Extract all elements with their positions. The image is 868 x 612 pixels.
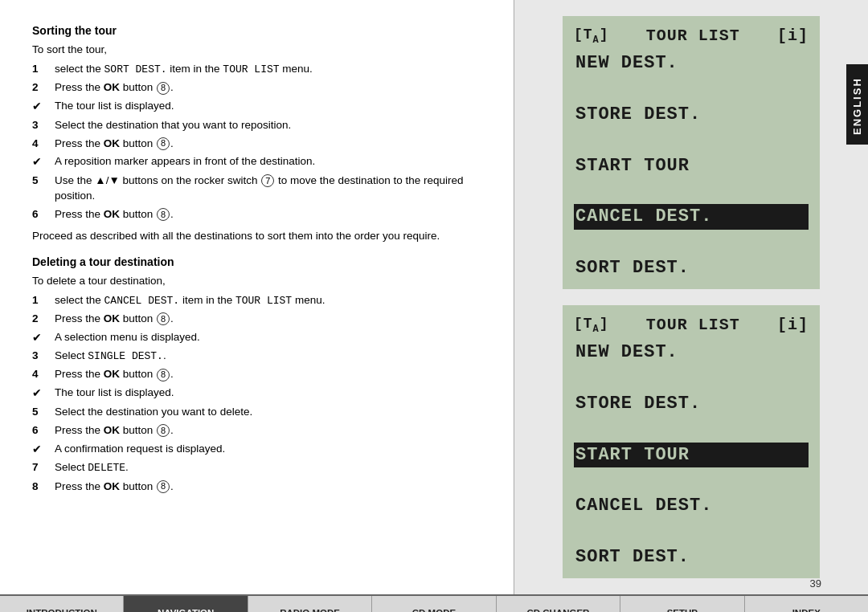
- step-num: 4: [32, 137, 55, 152]
- nav-setup[interactable]: SETUP: [620, 596, 744, 612]
- step-num: 4: [32, 367, 55, 382]
- lcd-screen-1: [TA] TOUR LIST [i] NEW DEST. STORE DEST.…: [563, 16, 820, 289]
- step-num: 1: [32, 293, 55, 308]
- step-num: 3: [32, 349, 55, 364]
- lcd-row-1-5: SORT DEST.: [574, 255, 809, 281]
- lcd-title-1: TOUR LIST: [646, 24, 740, 47]
- step-s2: 2 Press the OK button 8.: [32, 80, 481, 96]
- step-d8: 8 Press the OK button 8.: [32, 479, 481, 495]
- step-d2: 2 Press the OK button 8.: [32, 312, 481, 327]
- step-text: Press the OK button 8.: [55, 312, 481, 327]
- sorting-section: Sorting the tour To sort the tour, 1 sel…: [32, 24, 481, 244]
- lcd-row-2-2: STORE DEST.: [574, 391, 809, 417]
- lcd-title-2: TOUR LIST: [646, 313, 740, 337]
- step-text: A confirmation request is displayed.: [55, 442, 481, 458]
- step-text: A reposition marker appears in front of …: [55, 154, 481, 170]
- step-num: 2: [32, 80, 55, 96]
- step-num: 8: [32, 479, 55, 495]
- step-num: 6: [32, 207, 55, 222]
- step-text: A selection menu is displayed.: [55, 330, 481, 346]
- lcd-row-2-4: CANCEL DEST.: [574, 493, 809, 519]
- step-check: ✔: [32, 99, 55, 115]
- lcd-row-2-5: SORT DEST.: [574, 545, 809, 570]
- nav-cd-mode[interactable]: CD MODE: [372, 596, 496, 612]
- step-text: Press the OK button 8.: [55, 479, 481, 495]
- step-s3: 3 Select the destination that you want t…: [32, 118, 481, 133]
- step-s4: 4 Press the OK button 8.: [32, 137, 481, 152]
- deleting-heading: Deleting a tour destination: [32, 255, 481, 268]
- step-sc2: ✔ A reposition marker appears in front o…: [32, 154, 481, 170]
- sorting-steps: 1 select the SORT DEST. item in the TOUR…: [32, 62, 481, 222]
- step-sc1: ✔ The tour list is displayed.: [32, 99, 481, 115]
- step-dc2: ✔ The tour list is displayed.: [32, 386, 481, 402]
- step-text: Press the OK button 8.: [55, 80, 481, 96]
- step-text: Select the destination that you want to …: [55, 118, 481, 133]
- step-num: 3: [32, 118, 55, 133]
- step-num: 6: [32, 423, 55, 439]
- step-dc1: ✔ A selection menu is displayed.: [32, 330, 481, 346]
- step-d1: 1 select the CANCEL DEST. item in the TO…: [32, 293, 481, 308]
- text-panel: Sorting the tour To sort the tour, 1 sel…: [0, 0, 514, 594]
- nav-bar[interactable]: INTRODUCTION NAVIGATION RADIO MODE CD MO…: [0, 594, 868, 612]
- page-number: 39: [810, 577, 821, 590]
- nav-introduction[interactable]: INTRODUCTION: [0, 596, 124, 612]
- step-text: Select DELETE.: [55, 460, 481, 475]
- step-s6: 6 Press the OK button 8.: [32, 207, 481, 222]
- step-d3: 3 Select SINGLE DEST..: [32, 349, 481, 364]
- lcd-icon-right-2: [i]: [777, 313, 809, 337]
- sorting-para: Proceed as described with all the destin…: [32, 229, 481, 244]
- display-panel: [TA] TOUR LIST [i] NEW DEST. STORE DEST.…: [514, 0, 868, 594]
- deleting-intro: To delete a tour destination,: [32, 275, 481, 287]
- step-s1: 1 select the SORT DEST. item in the TOUR…: [32, 62, 481, 77]
- step-check: ✔: [32, 154, 55, 170]
- step-text: Select the destination you want to delet…: [55, 405, 481, 420]
- step-num: 1: [32, 62, 55, 77]
- step-check: ✔: [32, 386, 55, 402]
- step-dc3: ✔ A confirmation request is displayed.: [32, 442, 481, 458]
- sorting-intro: To sort the tour,: [32, 43, 481, 55]
- nav-cd-changer[interactable]: CD CHANGER: [497, 596, 620, 612]
- step-d5: 5 Select the destination you want to del…: [32, 405, 481, 420]
- lcd-header-1: [TA] TOUR LIST [i]: [574, 24, 809, 47]
- lcd-icon-left-2: [TA]: [574, 313, 609, 337]
- deleting-steps: 1 select the CANCEL DEST. item in the TO…: [32, 293, 481, 495]
- lcd-row-2-3: START TOUR: [574, 443, 809, 468]
- nav-navigation[interactable]: NAVIGATION: [124, 596, 248, 612]
- nav-index[interactable]: INDEX: [745, 596, 868, 612]
- lcd-screen-2: [TA] TOUR LIST [i] NEW DEST. STORE DEST.…: [563, 305, 820, 578]
- step-d4: 4 Press the OK button 8.: [32, 367, 481, 382]
- lcd-icon-left-1: [TA]: [574, 24, 609, 47]
- step-text: Press the OK button 8.: [55, 423, 481, 439]
- step-s5: 5 Use the ▲/▼ buttons on the rocker swit…: [32, 173, 481, 204]
- nav-radio-mode[interactable]: RADIO MODE: [248, 596, 372, 612]
- step-num: 2: [32, 312, 55, 327]
- step-num: 7: [32, 460, 55, 475]
- step-text: Select SINGLE DEST..: [55, 349, 481, 364]
- step-text: Use the ▲/▼ buttons on the rocker switch…: [55, 173, 481, 204]
- step-text: The tour list is displayed.: [55, 386, 481, 402]
- step-check: ✔: [32, 330, 55, 346]
- deleting-section: Deleting a tour destination To delete a …: [32, 255, 481, 495]
- step-text: Press the OK button 8.: [55, 367, 481, 382]
- step-d7: 7 Select DELETE.: [32, 460, 481, 475]
- step-num: 5: [32, 173, 55, 204]
- step-text: Press the OK button 8.: [55, 137, 481, 152]
- step-text: The tour list is displayed.: [55, 99, 481, 115]
- step-num: 5: [32, 405, 55, 420]
- lcd-row-1-3: START TOUR: [574, 153, 809, 179]
- step-text: Press the OK button 8.: [55, 207, 481, 222]
- english-tab: ENGLISH: [846, 64, 868, 145]
- step-d6: 6 Press the OK button 8.: [32, 423, 481, 439]
- lcd-row-1-2: STORE DEST.: [574, 102, 809, 128]
- lcd-header-2: [TA] TOUR LIST [i]: [574, 313, 809, 337]
- step-check: ✔: [32, 442, 55, 458]
- lcd-row-2-1: NEW DEST.: [574, 340, 809, 365]
- sorting-heading: Sorting the tour: [32, 24, 481, 37]
- lcd-row-1-1: NEW DEST.: [574, 51, 809, 76]
- step-text: select the SORT DEST. item in the TOUR L…: [55, 62, 481, 77]
- lcd-icon-right-1: [i]: [777, 24, 809, 47]
- lcd-row-1-4: CANCEL DEST.: [574, 204, 809, 230]
- step-text: select the CANCEL DEST. item in the TOUR…: [55, 293, 481, 308]
